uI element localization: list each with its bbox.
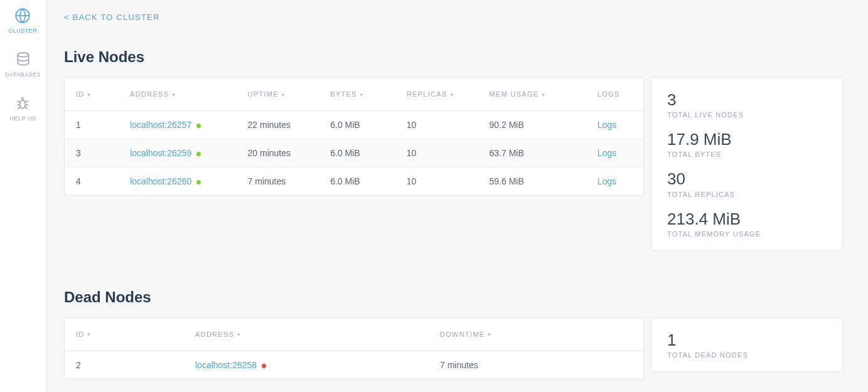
stat-total-mem-label: TOTAL MEMORY USAGE: [667, 230, 827, 238]
sort-arrow-icon: ▼: [87, 332, 92, 337]
stat-total-bytes-value: 17.9 MiB: [667, 130, 827, 149]
col-header-replicas[interactable]: REPLICAS▼: [395, 78, 478, 111]
col-header-id[interactable]: ID▼: [65, 318, 184, 351]
live-stats-panel: 3 TOTAL LIVE NODES 17.9 MiB TOTAL BYTES …: [651, 77, 843, 251]
status-dot-green-icon: [196, 124, 201, 128]
dead-nodes-row: ID▼ ADDRESS▼ DOWNTIME▼ 2 localhost:26258…: [64, 317, 843, 379]
col-header-address[interactable]: ADDRESS▼: [119, 78, 236, 111]
status-dot-red-icon: [262, 364, 266, 368]
cell-bytes: 6.0 MiB: [319, 167, 395, 196]
sidebar-item-help-us[interactable]: HELP US: [10, 95, 36, 122]
cell-bytes: 6.0 MiB: [319, 111, 395, 139]
dead-stats-panel: 1 TOTAL DEAD NODES: [651, 317, 843, 372]
cell-uptime: 22 minutes: [237, 111, 319, 139]
col-header-mem[interactable]: MEM USAGE▼: [478, 78, 586, 111]
col-header-downtime[interactable]: DOWNTIME▼: [429, 318, 643, 351]
cell-mem: 59.6 MiB: [478, 167, 586, 196]
stat-total-dead-label: TOTAL DEAD NODES: [667, 351, 827, 359]
live-nodes-title: Live Nodes: [64, 48, 843, 66]
status-dot-green-icon: [196, 180, 201, 184]
table-row: 3 localhost:26259 20 minutes 6.0 MiB 10 …: [65, 139, 643, 167]
svg-line-10: [18, 107, 20, 109]
dead-nodes-title: Dead Nodes: [64, 289, 843, 306]
sidebar-label-databases: DATABASES: [5, 72, 41, 78]
col-header-uptime[interactable]: UPTIME▼: [237, 78, 319, 111]
logs-link[interactable]: Logs: [586, 167, 643, 196]
sort-arrow-icon: ▼: [540, 92, 546, 98]
svg-line-11: [26, 107, 28, 109]
cell-uptime: 7 minutes: [237, 167, 319, 196]
sort-arrow-icon: ▼: [449, 92, 455, 98]
col-header-address[interactable]: ADDRESS▼: [184, 318, 429, 351]
stat-total-dead-value: 1: [667, 331, 827, 350]
svg-line-6: [18, 101, 20, 102]
stat-total-replicas-label: TOTAL REPLICAS: [667, 191, 827, 198]
cell-id: 3: [65, 139, 119, 167]
cell-replicas: 10: [395, 167, 478, 196]
sort-arrow-icon: ▼: [281, 92, 286, 98]
cell-uptime: 20 minutes: [237, 139, 319, 167]
dead-nodes-table: ID▼ ADDRESS▼ DOWNTIME▼ 2 localhost:26258…: [65, 318, 643, 379]
node-address-link[interactable]: localhost:26259: [130, 148, 191, 158]
table-row: 2 localhost:26258 7 minutes: [65, 351, 643, 379]
cell-id: 2: [65, 351, 184, 379]
cell-bytes: 6.0 MiB: [319, 139, 395, 167]
svg-line-7: [26, 101, 28, 102]
node-address-link[interactable]: localhost:26260: [130, 176, 191, 186]
col-header-bytes[interactable]: BYTES▼: [319, 78, 395, 111]
sidebar: CLUSTER DATABASES HELP US: [0, 0, 46, 392]
stat-total-bytes-label: TOTAL BYTES: [667, 151, 827, 158]
stat-total-mem-value: 213.4 MiB: [667, 209, 827, 229]
dead-nodes-table-container: ID▼ ADDRESS▼ DOWNTIME▼ 2 localhost:26258…: [64, 317, 644, 379]
stat-total-live-value: 3: [667, 90, 827, 110]
cell-address: localhost:26260: [119, 167, 236, 196]
cell-mem: 63.7 MiB: [478, 139, 586, 167]
sort-arrow-icon: ▼: [359, 92, 365, 98]
cell-mem: 90.2 MiB: [478, 111, 586, 139]
cell-address: localhost:26258: [184, 351, 429, 379]
logs-link[interactable]: Logs: [586, 111, 643, 139]
back-to-cluster-link[interactable]: < BACK TO CLUSTER: [64, 13, 160, 22]
cell-address: localhost:26257: [119, 111, 236, 139]
table-row: 1 localhost:26257 22 minutes 6.0 MiB 10 …: [65, 111, 643, 139]
stat-total-replicas-value: 30: [667, 169, 827, 189]
live-nodes-table: ID▼ ADDRESS▼ UPTIME▼ BYTES▼ REPLICAS▼ ME…: [65, 78, 643, 195]
sidebar-item-cluster[interactable]: CLUSTER: [9, 8, 38, 34]
cockroach-icon: [14, 95, 31, 112]
table-row: 4 localhost:26260 7 minutes 6.0 MiB 10 5…: [65, 167, 643, 196]
globe-icon: [14, 8, 31, 24]
sort-arrow-icon: ▼: [487, 332, 493, 337]
live-nodes-table-container: ID▼ ADDRESS▼ UPTIME▼ BYTES▼ REPLICAS▼ ME…: [64, 77, 644, 196]
database-icon: [15, 51, 31, 68]
cell-id: 4: [65, 167, 119, 196]
logs-link[interactable]: Logs: [586, 139, 643, 167]
svg-point-3: [20, 100, 26, 109]
main-content: < BACK TO CLUSTER Live Nodes ID▼ ADDRESS…: [46, 0, 868, 392]
col-header-logs: LOGS: [586, 78, 643, 111]
node-address-link[interactable]: localhost:26257: [130, 120, 191, 130]
stat-total-live-label: TOTAL LIVE NODES: [667, 111, 827, 119]
col-header-id[interactable]: ID▼: [65, 78, 119, 111]
sidebar-item-databases[interactable]: DATABASES: [5, 51, 41, 78]
svg-point-2: [18, 53, 28, 57]
sort-arrow-icon: ▼: [171, 92, 176, 98]
sort-arrow-icon: ▼: [87, 92, 92, 98]
dead-nodes-section: Dead Nodes ID▼ ADDRESS▼ DOWNTIME▼ 2 l: [64, 289, 843, 379]
node-address-link[interactable]: localhost:26258: [195, 360, 257, 370]
cell-replicas: 10: [395, 111, 478, 139]
cell-id: 1: [65, 111, 119, 139]
sidebar-label-help-us: HELP US: [10, 115, 36, 122]
sort-arrow-icon: ▼: [236, 332, 242, 337]
cell-replicas: 10: [395, 139, 478, 167]
live-nodes-row: ID▼ ADDRESS▼ UPTIME▼ BYTES▼ REPLICAS▼ ME…: [64, 77, 843, 251]
cell-downtime: 7 minutes: [429, 351, 643, 379]
sidebar-label-cluster: CLUSTER: [9, 28, 38, 34]
cell-address: localhost:26259: [119, 139, 236, 167]
status-dot-green-icon: [196, 152, 201, 156]
